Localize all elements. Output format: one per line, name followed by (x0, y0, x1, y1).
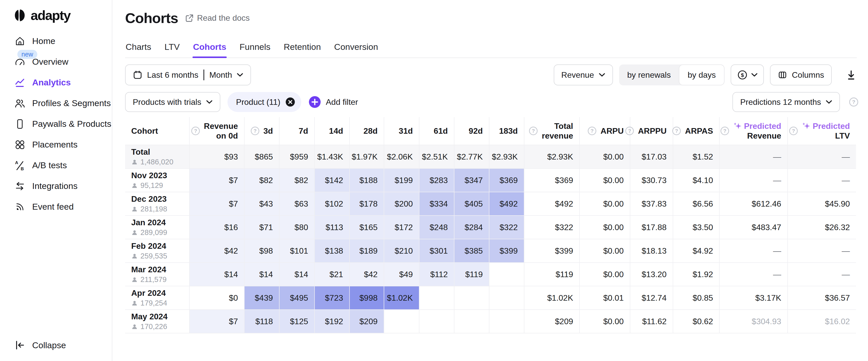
chevron-down-icon (237, 73, 243, 77)
help-icon[interactable]: ? (625, 126, 634, 136)
toolbar-primary: Last 6 months Month Revenue by renewals … (125, 64, 857, 85)
table-cell (455, 310, 489, 333)
table-cell: $165 (350, 216, 384, 239)
table-cell: $385 (455, 239, 489, 263)
collapse-icon (14, 339, 26, 351)
collapse-button[interactable]: Collapse (14, 339, 66, 351)
metric-select[interactable]: Revenue (554, 64, 613, 85)
adapty-logo-icon (13, 8, 28, 23)
column-header-d61: 61d (420, 117, 455, 145)
sidebar-item-label: Placements (32, 140, 78, 149)
table-cell: $612.46 (720, 192, 788, 216)
tab-funnels[interactable]: Funnels (239, 40, 271, 58)
date-granularity-label: Month (209, 70, 232, 80)
table-cell: $17.03 (630, 145, 673, 169)
table-cell: $142 (315, 169, 350, 192)
cohort-cell-total: Total1,486,020 (125, 145, 190, 169)
download-icon[interactable] (845, 69, 857, 81)
sidebar-item-overview[interactable]: Overviewnew (0, 51, 112, 72)
help-icon[interactable]: ? (587, 126, 597, 136)
plus-circle-icon (308, 95, 321, 108)
sidebar-nav: HomeOverviewnewAnalyticsProfiles & Segme… (0, 31, 112, 217)
table-cell: $492 (524, 192, 580, 216)
table-cell: $49 (384, 263, 420, 286)
phone-icon (14, 118, 26, 130)
external-link-icon (185, 13, 194, 23)
person-icon (131, 229, 138, 236)
table-cell: $0 (190, 286, 245, 310)
table-cell: $13.20 (630, 263, 673, 286)
table-cell: $4.92 (673, 239, 720, 263)
table-cell: $248 (420, 216, 455, 239)
sidebar-item-profiles-segments[interactable]: Profiles & Segments (0, 93, 112, 113)
sidebar-item-paywalls-products[interactable]: Paywalls & Products (0, 113, 112, 134)
person-icon (131, 276, 138, 283)
analytics-icon (14, 77, 26, 88)
table-cell: $439 (245, 286, 280, 310)
tab-cohorts[interactable]: Cohorts (192, 40, 227, 58)
svg-text:A: A (15, 160, 18, 165)
sidebar-item-a-b-tests[interactable]: ABA/B tests (0, 155, 112, 176)
cohort-users: 95,129 (131, 182, 163, 189)
tab-ltv[interactable]: LTV (164, 40, 180, 58)
cohort-cell-apr-2024: Apr 2024179,254 (125, 286, 190, 310)
columns-button[interactable]: Columns (770, 64, 832, 85)
cohort-name: Feb 2024 (131, 242, 166, 250)
docs-link[interactable]: Read the docs (185, 13, 250, 23)
users-count: 179,254 (141, 299, 167, 307)
help-icon[interactable]: ? (720, 126, 730, 136)
sidebar-item-label: Integrations (32, 181, 78, 191)
table-cell: — (788, 239, 856, 263)
currency-select[interactable]: $ (731, 64, 764, 85)
sidebar-item-home[interactable]: Home (0, 31, 112, 51)
table-cell: $119 (524, 263, 580, 286)
predictions-help-icon[interactable]: ? (848, 97, 859, 107)
help-icon[interactable]: ? (191, 126, 200, 136)
product-filter-chip[interactable]: Product (11) (227, 92, 302, 112)
sidebar-item-placements[interactable]: Placements (0, 134, 112, 155)
sidebar-item-analytics[interactable]: Analytics (0, 72, 112, 93)
cohort-name: Dec 2023 (131, 195, 167, 203)
person-icon (131, 159, 138, 165)
help-icon[interactable]: ? (672, 126, 681, 136)
person-icon (131, 300, 138, 307)
table-cell: $93 (190, 145, 245, 169)
sparkle-icon (802, 122, 810, 130)
table-cell: $199 (384, 169, 420, 192)
table-cell: $1.97K (350, 145, 384, 169)
table-cell: $14 (280, 263, 315, 286)
sidebar-item-integrations[interactable]: Integrations (0, 176, 112, 196)
table-cell: $98 (245, 239, 280, 263)
adapty-logo[interactable]: adapty (0, 0, 112, 27)
table-cell: $36.57 (788, 286, 856, 310)
feed-icon (14, 201, 26, 213)
remove-filter-icon[interactable] (285, 96, 296, 107)
column-header-cohort: Cohort (125, 117, 190, 145)
sparkle-icon (733, 122, 741, 130)
tab-retention[interactable]: Retention (283, 40, 321, 58)
toggle-by-renewals[interactable]: by renewals (619, 64, 679, 85)
sidebar-item-label: Profiles & Segments (32, 98, 111, 108)
add-filter-button[interactable]: Add filter (308, 95, 358, 108)
toggle-by-days[interactable]: by days (679, 64, 724, 85)
help-icon[interactable]: ? (250, 126, 260, 136)
help-icon[interactable]: ? (528, 126, 538, 136)
sidebar-item-label: Analytics (32, 78, 71, 87)
page-header: Cohorts Read the docs (125, 10, 250, 26)
sidebar-item-event-feed[interactable]: Event feed (0, 196, 112, 217)
table-cell: $3.50 (673, 216, 720, 239)
table-cell: $101 (280, 239, 315, 263)
renewals-days-toggle: by renewals by days (619, 64, 724, 85)
users-count: 95,129 (141, 182, 163, 189)
tab-conversion[interactable]: Conversion (334, 40, 379, 58)
help-icon[interactable]: ? (788, 126, 798, 136)
products-filter-select[interactable]: Products with trials (125, 92, 220, 112)
predictions-select[interactable]: Predictions 12 months (733, 92, 840, 112)
date-range-button[interactable]: Last 6 months Month (125, 64, 251, 85)
table-cell: $322 (524, 216, 580, 239)
cohort-users: 1,486,020 (131, 158, 173, 166)
table-cell: $2.93K (489, 145, 524, 169)
table-cell: $113 (315, 216, 350, 239)
table-cell: $1.43K (315, 145, 350, 169)
tab-charts[interactable]: Charts (125, 40, 152, 58)
